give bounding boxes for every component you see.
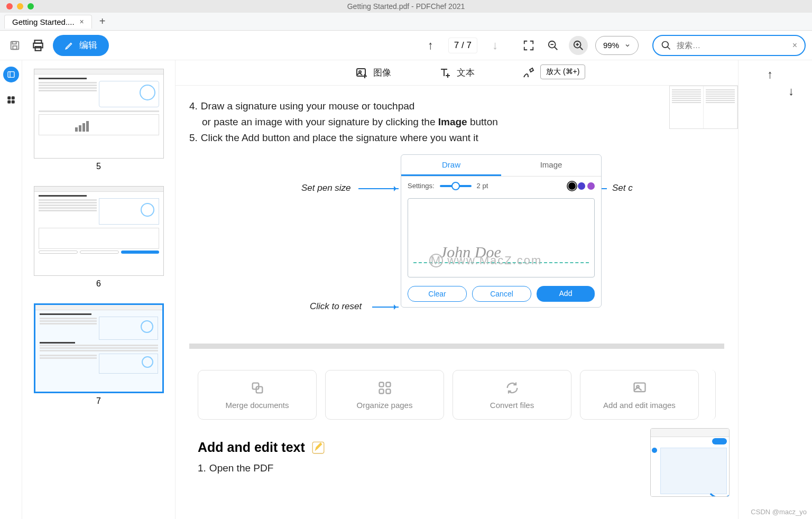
find-next-icon[interactable]: ↓ xyxy=(788,85,794,98)
insert-image-button[interactable]: 图像 xyxy=(355,67,391,79)
svg-rect-20 xyxy=(11,100,14,104)
card-merge[interactable]: Merge documents xyxy=(198,370,317,420)
tab-close-icon[interactable]: × xyxy=(80,17,84,26)
fit-screen-icon[interactable] xyxy=(520,37,537,54)
document-viewport[interactable]: 4. Draw a signature using your mouse or … xyxy=(176,86,738,519)
search-box[interactable]: × xyxy=(652,35,806,56)
save-icon[interactable] xyxy=(6,37,23,54)
svg-rect-24 xyxy=(86,121,89,132)
svg-line-7 xyxy=(555,47,558,50)
main-toolbar: 编辑 ↑ 7 / 7 ↓ 99% × xyxy=(0,31,812,60)
color-blue[interactable] xyxy=(578,182,585,190)
zoom-percent-dropdown[interactable]: 99% xyxy=(595,36,639,55)
chevron-down-icon xyxy=(624,42,631,49)
grid-view-icon[interactable] xyxy=(6,95,16,105)
watermark: M www.MacZ.com xyxy=(429,254,542,267)
color-black[interactable] xyxy=(568,182,576,190)
thumbnail-6[interactable]: 6 xyxy=(27,186,170,289)
new-tab-button[interactable]: + xyxy=(99,15,106,27)
main-area: 5 6 7 xyxy=(0,60,812,519)
zoom-out-icon[interactable] xyxy=(545,37,561,54)
right-pane: ↑ ↓ xyxy=(738,60,812,519)
sig-clear-button[interactable]: Clear xyxy=(408,286,467,302)
annotation-reset: Click to reset xyxy=(310,301,362,312)
svg-rect-17 xyxy=(7,96,11,99)
find-prev-icon[interactable]: ↑ xyxy=(767,68,773,81)
document-tab[interactable]: Getting Started.... × xyxy=(4,15,92,29)
svg-rect-15 xyxy=(8,72,14,78)
svg-line-14 xyxy=(668,47,670,49)
edit-text-icon xyxy=(311,441,325,455)
zoom-in-tooltip: 放大 (⌘+) xyxy=(540,64,585,79)
edit-button-label: 编辑 xyxy=(79,39,97,51)
card-organize[interactable]: Organize pages xyxy=(325,370,444,420)
signature-panel: Draw Image Settings: 2 pt xyxy=(401,154,602,308)
search-icon xyxy=(661,40,671,51)
zoom-controls: 99% xyxy=(520,36,639,55)
pdf-page: 4. Draw a signature using your mouse or … xyxy=(176,86,738,519)
annotation-pen-size: Set pen size xyxy=(301,183,351,193)
card-more[interactable] xyxy=(707,370,716,420)
color-purple[interactable] xyxy=(587,182,595,190)
svg-rect-21 xyxy=(75,127,78,132)
thumbnail-5[interactable]: 5 xyxy=(27,69,170,171)
sig-tab-image[interactable]: Image xyxy=(501,155,601,176)
card-convert[interactable]: Convert files xyxy=(453,370,571,420)
thumb-label: 5 xyxy=(96,162,101,171)
color-picker xyxy=(568,182,595,190)
search-input[interactable] xyxy=(677,41,787,50)
svg-rect-35 xyxy=(379,382,383,386)
mini-app-preview xyxy=(650,428,730,497)
thumb-label: 7 xyxy=(96,396,101,406)
sig-cancel-button[interactable]: Cancel xyxy=(472,286,531,302)
page-indicator[interactable]: 7 / 7 xyxy=(448,38,477,53)
tab-strip: Getting Started.... × + xyxy=(0,13,812,31)
pen-size-slider[interactable] xyxy=(440,185,472,187)
card-images[interactable]: Add and edit images xyxy=(580,370,699,420)
print-icon[interactable] xyxy=(30,37,47,54)
left-rail xyxy=(0,60,22,519)
thumb-label: 6 xyxy=(96,279,101,289)
zoom-in-icon[interactable] xyxy=(569,36,588,55)
feature-cards: Merge documents Organize pages Convert f… xyxy=(189,358,724,431)
side-preview xyxy=(669,86,738,129)
sidebar-toggle-icon[interactable] xyxy=(3,67,19,82)
svg-rect-18 xyxy=(11,96,14,99)
svg-rect-38 xyxy=(386,389,390,393)
svg-rect-37 xyxy=(379,389,383,393)
prev-page-icon[interactable]: ↑ xyxy=(428,39,433,52)
svg-line-10 xyxy=(580,47,583,50)
svg-point-13 xyxy=(662,41,669,48)
svg-rect-23 xyxy=(82,123,85,132)
clear-search-icon[interactable]: × xyxy=(792,41,797,50)
thumbnail-7[interactable]: 7 xyxy=(27,303,170,406)
edit-sub-toolbar: 图像 文本 签名 xyxy=(176,60,738,86)
svg-rect-2 xyxy=(13,45,16,49)
tab-label: Getting Started.... xyxy=(12,17,75,26)
content-column: 图像 文本 签名 4. Draw a signature using your … xyxy=(176,60,738,519)
insert-text-button[interactable]: 文本 xyxy=(439,67,475,79)
window-title: Getting Started.pdf - PDFChef 2021 xyxy=(0,2,812,11)
next-page-icon[interactable]: ↓ xyxy=(492,39,498,52)
sig-add-button[interactable]: Add xyxy=(537,286,595,302)
thumbnail-panel: 5 6 7 xyxy=(22,60,176,519)
signature-diagram: Set pen size Set c Click to reset Draw I… xyxy=(189,154,724,334)
page-controls: ↑ 7 / 7 ↓ xyxy=(428,38,498,53)
sig-tab-draw[interactable]: Draw xyxy=(401,155,501,176)
annotation-color: Set c xyxy=(612,183,633,193)
svg-rect-19 xyxy=(7,100,11,104)
svg-rect-22 xyxy=(79,125,81,132)
footer-watermark: CSDN @macz_yo xyxy=(751,508,807,516)
mac-titlebar: Getting Started.pdf - PDFChef 2021 xyxy=(0,0,812,13)
svg-rect-1 xyxy=(12,41,16,44)
svg-rect-36 xyxy=(386,382,390,386)
section-heading: Add and edit text xyxy=(198,440,724,455)
edit-button[interactable]: 编辑 xyxy=(53,35,109,56)
svg-rect-39 xyxy=(634,383,645,391)
